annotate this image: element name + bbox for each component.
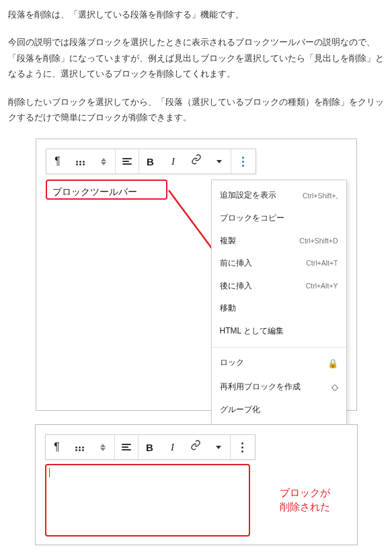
drag-handle-icon <box>75 446 84 448</box>
empty-block-highlight <box>45 464 250 537</box>
menu-item-copy-block[interactable]: ブロックをコピー <box>212 207 346 230</box>
menu-item-edit-html[interactable]: HTML として編集 <box>212 320 346 343</box>
pilcrow-icon: ¶ <box>54 438 60 457</box>
more-options-button[interactable] <box>231 149 256 173</box>
menu-item-group[interactable]: グループ化 <box>212 399 346 422</box>
menu-item-move[interactable]: 移動 <box>212 297 346 320</box>
more-formatting-button[interactable] <box>207 435 230 459</box>
move-up-down-icon <box>100 444 106 451</box>
screenshot-1-container: ¶ B I ブロックツールバー <box>8 138 384 411</box>
italic-icon: I <box>171 438 174 457</box>
intro-paragraph-3: 削除したいブロックを選択してから、「段落（選択しているブロックの種類）を削除」を… <box>8 94 384 126</box>
drag-handle-icon <box>76 161 85 163</box>
drag-handle-button[interactable] <box>69 149 92 173</box>
link-icon <box>190 439 201 456</box>
menu-item-duplicate[interactable]: 複製Ctrl+Shift+D <box>212 230 346 253</box>
text-cursor <box>49 468 50 477</box>
paragraph-type-button[interactable]: ¶ <box>46 149 69 173</box>
link-button[interactable] <box>185 149 208 173</box>
deleted-line-1: ブロックが <box>280 485 330 500</box>
more-dots-icon <box>241 442 243 452</box>
menu-item-lock[interactable]: ロック🔒 <box>212 352 346 375</box>
menu-item-additional-settings[interactable]: 追加設定を表示Ctrl+Shift+, <box>212 184 346 207</box>
toolbar-label-box: ブロックツールバー <box>46 180 167 200</box>
dropdown-section-2: ロック🔒 再利用ブロックを作成◇ グループ化 <box>212 348 346 426</box>
pilcrow-icon: ¶ <box>54 152 61 171</box>
deleted-annotation: ブロックが 削除された <box>280 485 330 514</box>
bold-icon: B <box>146 438 153 457</box>
bold-icon: B <box>147 153 154 171</box>
move-up-down-button[interactable] <box>92 149 115 173</box>
paragraph-type-button[interactable]: ¶ <box>46 435 69 459</box>
align-button[interactable] <box>115 435 138 459</box>
drag-handle-icon-row2 <box>76 163 85 165</box>
block-toolbar-2: ¶ B I <box>45 434 256 460</box>
block-toolbar: ¶ B I <box>46 149 256 174</box>
italic-icon: I <box>171 153 175 171</box>
menu-item-insert-after[interactable]: 後に挿入Ctrl+Alt+Y <box>212 275 346 298</box>
drag-handle-button[interactable] <box>69 435 91 459</box>
intro-paragraph-2: 今回の説明では段落ブロックを選択したときに表示されるブロックツールバーの説明なの… <box>8 34 384 81</box>
chevron-down-icon <box>217 160 222 163</box>
bold-button[interactable]: B <box>139 435 161 459</box>
more-formatting-button[interactable] <box>208 149 231 173</box>
move-up-down-icon <box>101 158 106 165</box>
bold-button[interactable]: B <box>139 149 162 173</box>
dropdown-section-1: 追加設定を表示Ctrl+Shift+, ブロックをコピー 複製Ctrl+Shif… <box>212 180 346 347</box>
intro-paragraph-1: 段落を削除は、「選択している段落を削除する」機能です。 <box>8 7 384 22</box>
more-dots-icon <box>242 157 244 167</box>
diamond-icon: ◇ <box>331 379 338 395</box>
italic-button[interactable]: I <box>161 435 184 459</box>
link-button[interactable] <box>184 435 207 459</box>
align-icon <box>122 444 131 450</box>
screenshot-2: ¶ B I ブロックが 削除された <box>35 424 358 545</box>
align-button[interactable] <box>116 149 139 173</box>
link-icon <box>191 153 202 170</box>
deleted-line-2: 削除された <box>280 500 330 514</box>
move-up-down-button[interactable] <box>91 435 114 459</box>
lock-icon: 🔒 <box>327 356 338 371</box>
screenshot-2-container: ¶ B I ブロックが 削除された <box>8 424 384 545</box>
italic-button[interactable]: I <box>162 149 185 173</box>
chevron-down-icon <box>216 446 221 449</box>
toolbar-label-text: ブロックツールバー <box>52 186 137 197</box>
block-options-dropdown: 追加設定を表示Ctrl+Shift+, ブロックをコピー 複製Ctrl+Shif… <box>211 180 347 459</box>
align-icon <box>122 158 132 165</box>
drag-handle-icon-row2 <box>75 449 84 451</box>
menu-item-create-reusable[interactable]: 再利用ブロックを作成◇ <box>212 375 346 399</box>
screenshot-1: ¶ B I ブロックツールバー <box>36 138 357 411</box>
more-options-button[interactable] <box>231 435 255 459</box>
menu-item-insert-before[interactable]: 前に挿入Ctrl+Alt+T <box>212 252 346 275</box>
